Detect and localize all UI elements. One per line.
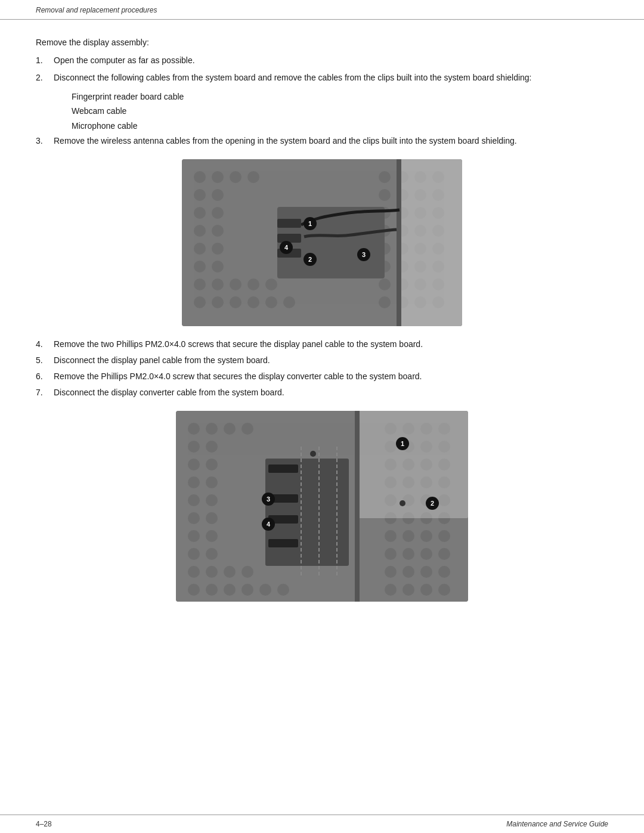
svg-point-91 bbox=[188, 584, 200, 596]
svg-text:3: 3 bbox=[267, 496, 270, 503]
svg-point-23 bbox=[230, 278, 242, 290]
svg-point-90 bbox=[206, 566, 218, 578]
svg-point-94 bbox=[242, 423, 253, 435]
svg-point-127 bbox=[420, 530, 432, 542]
svg-point-20 bbox=[247, 296, 259, 308]
svg-rect-62 bbox=[277, 234, 301, 243]
svg-rect-141 bbox=[355, 411, 468, 518]
svg-point-126 bbox=[402, 530, 414, 542]
list-item: 6. Remove the Phillips PM2.0×4.0 screw t… bbox=[36, 370, 608, 383]
header-bar: Removal and replacement procedures bbox=[0, 0, 644, 20]
svg-point-92 bbox=[206, 584, 218, 596]
list-item: 7. Disconnect the display converter cabl… bbox=[36, 386, 608, 399]
svg-point-13 bbox=[194, 278, 206, 290]
sub-list: Fingerprint reader board cable Webcam ca… bbox=[72, 90, 608, 132]
svg-point-18 bbox=[247, 171, 259, 183]
list-item: 3. Remove the wireless antenna cables fr… bbox=[36, 135, 608, 147]
svg-point-98 bbox=[242, 584, 253, 596]
svg-point-80 bbox=[206, 476, 218, 488]
svg-point-151 bbox=[310, 451, 316, 457]
diagram-1: 1 2 3 4 bbox=[182, 159, 462, 326]
svg-point-9 bbox=[194, 243, 206, 255]
list-item: Webcam cable bbox=[72, 104, 608, 117]
page-container: Removal and replacement procedures Remov… bbox=[0, 0, 644, 833]
svg-point-25 bbox=[265, 278, 277, 290]
svg-point-87 bbox=[188, 548, 200, 560]
svg-point-97 bbox=[224, 584, 236, 596]
section-title: Remove the display assembly: bbox=[36, 38, 608, 47]
step-text: Disconnect the display panel cable from … bbox=[54, 354, 608, 367]
diagram-2: 1 2 3 4 bbox=[176, 411, 468, 602]
svg-point-22 bbox=[283, 296, 295, 308]
svg-point-152 bbox=[400, 500, 405, 506]
svg-text:1: 1 bbox=[308, 220, 312, 227]
svg-point-96 bbox=[242, 566, 253, 578]
svg-rect-150 bbox=[268, 539, 298, 547]
svg-text:2: 2 bbox=[431, 500, 434, 507]
svg-text:4: 4 bbox=[284, 244, 289, 251]
footer-page-number: 4–28 bbox=[36, 820, 52, 828]
svg-point-100 bbox=[277, 584, 289, 596]
svg-point-139 bbox=[420, 584, 432, 596]
svg-point-76 bbox=[206, 441, 218, 453]
svg-point-85 bbox=[188, 530, 200, 542]
svg-point-125 bbox=[385, 530, 397, 542]
svg-point-86 bbox=[206, 530, 218, 542]
svg-point-89 bbox=[188, 566, 200, 578]
step-num: 4. bbox=[36, 338, 54, 351]
diagram-2-container: 1 2 3 4 bbox=[36, 411, 608, 602]
svg-rect-59 bbox=[397, 159, 401, 326]
svg-point-26 bbox=[379, 171, 391, 183]
list-item: 2. Disconnect the following cables from … bbox=[36, 72, 608, 84]
svg-point-133 bbox=[385, 566, 397, 578]
svg-point-129 bbox=[385, 548, 397, 560]
svg-point-134 bbox=[402, 566, 414, 578]
svg-point-10 bbox=[212, 243, 224, 255]
svg-point-99 bbox=[259, 584, 271, 596]
svg-point-4 bbox=[212, 189, 224, 201]
svg-rect-142 bbox=[355, 411, 360, 602]
svg-point-83 bbox=[188, 512, 200, 524]
step-num: 1. bbox=[36, 54, 54, 67]
svg-point-8 bbox=[212, 225, 224, 237]
footer-guide-title: Maintenance and Service Guide bbox=[506, 820, 608, 828]
svg-point-93 bbox=[224, 423, 236, 435]
svg-text:1: 1 bbox=[401, 440, 404, 447]
svg-point-19 bbox=[230, 296, 242, 308]
svg-point-2 bbox=[212, 171, 224, 183]
step-num: 6. bbox=[36, 370, 54, 383]
svg-point-73 bbox=[188, 423, 200, 435]
svg-point-95 bbox=[224, 566, 236, 578]
svg-point-16 bbox=[212, 296, 224, 308]
svg-point-81 bbox=[188, 494, 200, 506]
step-num: 3. bbox=[36, 135, 54, 147]
svg-point-128 bbox=[438, 530, 450, 542]
svg-text:2: 2 bbox=[308, 256, 312, 263]
svg-point-75 bbox=[188, 441, 200, 453]
svg-point-79 bbox=[188, 476, 200, 488]
svg-point-15 bbox=[194, 296, 206, 308]
step-text: Disconnect the display converter cable f… bbox=[54, 386, 608, 399]
diagram-1-svg: 1 2 3 4 bbox=[182, 159, 462, 326]
list-item: 4. Remove the two Phillips PM2.0×4.0 scr… bbox=[36, 338, 608, 351]
svg-point-132 bbox=[438, 548, 450, 560]
svg-point-136 bbox=[438, 566, 450, 578]
svg-point-84 bbox=[206, 512, 218, 524]
list-item: 5. Disconnect the display panel cable fr… bbox=[36, 354, 608, 367]
svg-point-11 bbox=[194, 261, 206, 272]
svg-rect-58 bbox=[397, 159, 462, 326]
list-item: 1. Open the computer as far as possible. bbox=[36, 54, 608, 67]
footer-bar: 4–28 Maintenance and Service Guide bbox=[0, 815, 644, 833]
step-text: Remove the wireless antenna cables from … bbox=[54, 135, 608, 147]
steps-4-7: 4. Remove the two Phillips PM2.0×4.0 scr… bbox=[36, 338, 608, 399]
list-item: Fingerprint reader board cable bbox=[72, 90, 608, 103]
step-num: 5. bbox=[36, 354, 54, 367]
svg-point-130 bbox=[402, 548, 414, 560]
svg-point-77 bbox=[188, 459, 200, 470]
svg-point-14 bbox=[212, 278, 224, 290]
svg-point-30 bbox=[379, 189, 391, 201]
svg-point-1 bbox=[194, 171, 206, 183]
list-item: Microphone cable bbox=[72, 119, 608, 132]
svg-point-50 bbox=[379, 278, 391, 290]
svg-text:4: 4 bbox=[267, 521, 271, 528]
